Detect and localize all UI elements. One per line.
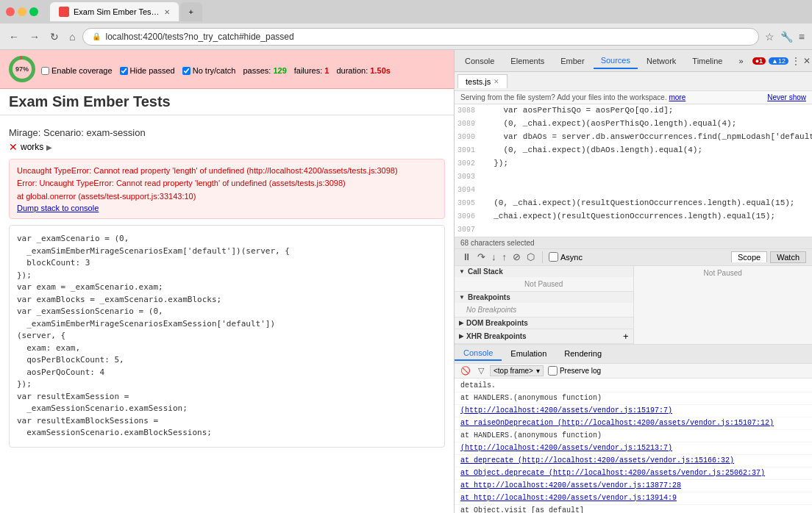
preserve-log-checkbox[interactable] bbox=[548, 366, 558, 376]
console-output[interactable]: details. at HANDLERS.(anonymous function… bbox=[455, 379, 812, 514]
file-tab-close-icon[interactable]: ✕ bbox=[494, 78, 499, 85]
file-tab-tests-js[interactable]: tests.js ✕ bbox=[457, 74, 508, 88]
nav-bar: ← → ↻ ⌂ 🔒 localhost:4200/tests?no_try_ca… bbox=[0, 24, 812, 50]
no-try-catch-checkbox[interactable] bbox=[182, 67, 190, 75]
async-checkbox[interactable] bbox=[549, 252, 558, 262]
inactive-browser-tab[interactable]: + bbox=[180, 2, 202, 21]
console-link[interactable]: at Object.deprecate (http://localhost:42… bbox=[460, 469, 765, 477]
devtools-close-icon[interactable]: ✕ bbox=[803, 56, 811, 66]
dom-bp-title: DOM Breakpoints bbox=[466, 319, 528, 327]
console-filter-icon[interactable]: ▽ bbox=[477, 366, 485, 376]
back-button[interactable]: ← bbox=[6, 29, 22, 44]
console-clear-icon[interactable]: 🚫 bbox=[459, 366, 472, 376]
dump-stack-link[interactable]: Dump stack to console bbox=[17, 204, 99, 212]
close-button[interactable] bbox=[6, 7, 15, 16]
line-code: (0, _chai.expect)(dbAOs.length).equal(4)… bbox=[481, 144, 702, 157]
console-tab-console[interactable]: Console bbox=[455, 346, 502, 361]
async-check[interactable]: Async bbox=[549, 252, 583, 262]
step-into-button[interactable]: ↓ bbox=[490, 251, 498, 262]
devtools-settings-icon[interactable]: ⋮ bbox=[791, 56, 800, 66]
line-number: 3094 bbox=[455, 184, 481, 195]
step-over-button[interactable]: ↷ bbox=[476, 251, 487, 262]
extensions-icon[interactable]: 🔧 bbox=[779, 29, 794, 44]
call-stack-arrow-icon: ▼ bbox=[459, 268, 465, 275]
scope-button[interactable]: Scope bbox=[731, 251, 767, 262]
enable-coverage-label[interactable]: Enable coverage bbox=[41, 66, 113, 75]
forward-button[interactable]: → bbox=[26, 29, 43, 44]
line-code: (0, _chai.expect)(aosPerThisQo.length).e… bbox=[481, 118, 736, 130]
expand-icon[interactable]: ▶ bbox=[46, 143, 52, 151]
test-panel: 97% Enable coverage Hide passed No try/c… bbox=[0, 50, 455, 513]
call-stack-header[interactable]: ▼ Call Stack bbox=[455, 266, 633, 277]
line-number: 3092 bbox=[455, 157, 481, 169]
duration-value: 1.50s bbox=[370, 66, 391, 75]
breakpoints-title: Breakpoints bbox=[468, 293, 510, 301]
frame-dropdown-icon: ▾ bbox=[536, 367, 540, 375]
enable-coverage-checkbox[interactable] bbox=[41, 67, 49, 75]
dont-pause-button[interactable]: ⬡ bbox=[525, 251, 536, 262]
breakpoints-header[interactable]: ▼ Breakpoints bbox=[455, 292, 633, 303]
star-icon[interactable]: ☆ bbox=[763, 29, 776, 44]
error-text-2: Error: Uncaught TypeError: Cannot read p… bbox=[17, 178, 437, 189]
line-code: _chai.expect)(resultQuestionOccurrences.… bbox=[481, 210, 775, 223]
xhr-breakpoints-header[interactable]: ▶ XHR Breakpoints + bbox=[455, 329, 633, 343]
dom-breakpoints-section: ▶ DOM Breakpoints bbox=[455, 318, 633, 329]
deactivate-button[interactable]: ⊘ bbox=[511, 251, 522, 262]
works-label: works bbox=[21, 142, 43, 152]
code-viewer[interactable]: 3088 var aosPerThisQo = aosPerQo[qo.id];… bbox=[455, 104, 812, 237]
window-controls bbox=[6, 7, 38, 16]
dom-breakpoints-header[interactable]: ▶ DOM Breakpoints bbox=[455, 318, 633, 329]
maximize-button[interactable] bbox=[29, 7, 38, 16]
line-number: 3095 bbox=[455, 197, 481, 209]
tab-console[interactable]: Console bbox=[457, 54, 502, 68]
tab-sources[interactable]: Sources bbox=[594, 53, 638, 69]
workspace-more-link[interactable]: more bbox=[669, 93, 685, 101]
file-tab-name: tests.js bbox=[466, 77, 491, 86]
tab-more[interactable]: » bbox=[732, 54, 751, 68]
url-display: localhost:4200/tests?no_try_catch#hide_p… bbox=[105, 32, 293, 42]
console-tab-rendering[interactable]: Rendering bbox=[555, 347, 610, 360]
frame-select[interactable]: <top frame> ▾ bbox=[490, 365, 544, 376]
tab-ember[interactable]: Ember bbox=[553, 54, 591, 68]
code-line: 3092 }); bbox=[455, 157, 812, 171]
preserve-log-text: Preserve log bbox=[560, 367, 601, 375]
duration-stat: duration: 1.50s bbox=[336, 66, 390, 75]
console-line: details. bbox=[455, 380, 812, 392]
hide-passed-checkbox[interactable] bbox=[120, 67, 128, 75]
home-button[interactable]: ⌂ bbox=[66, 29, 78, 44]
preserve-log-label[interactable]: Preserve log bbox=[548, 366, 601, 376]
menu-icon[interactable]: ≡ bbox=[797, 29, 806, 44]
line-number: 3096 bbox=[455, 210, 481, 222]
console-link[interactable]: at raiseOnDeprecation (http://localhost:… bbox=[460, 419, 774, 427]
step-out-button[interactable]: ↑ bbox=[501, 251, 509, 262]
failures-count: 1 bbox=[324, 66, 329, 75]
minimize-button[interactable] bbox=[18, 7, 26, 16]
test-title-bar: Exam Sim Ember Tests bbox=[0, 89, 454, 115]
pause-button[interactable]: ⏸ bbox=[460, 251, 473, 262]
code-lines: 3088 var aosPerThisQo = aosPerQo[qo.id];… bbox=[455, 104, 812, 237]
active-browser-tab[interactable]: Exam Sim Ember Tes… ✕ bbox=[50, 2, 179, 21]
hide-passed-label[interactable]: Hide passed bbox=[120, 66, 175, 75]
refresh-button[interactable]: ↻ bbox=[47, 29, 62, 44]
tab-title: Exam Sim Ember Tes… bbox=[74, 7, 160, 16]
console-tab-emulation[interactable]: Emulation bbox=[502, 347, 555, 360]
tab-timeline[interactable]: Timeline bbox=[685, 54, 730, 68]
console-link[interactable]: at http://localhost:4200/assets/vendor.j… bbox=[460, 494, 677, 502]
tab-close-icon[interactable]: ✕ bbox=[164, 8, 170, 16]
add-xhr-bp-button[interactable]: + bbox=[623, 331, 629, 342]
no-try-catch-label[interactable]: No try/catch bbox=[182, 66, 236, 75]
console-link[interactable]: (http://localhost:4200/assets/vendor.js:… bbox=[460, 406, 672, 415]
console-link[interactable]: at http://localhost:4200/assets/vendor.j… bbox=[460, 481, 681, 489]
call-stack-section: ▼ Call Stack Not Paused bbox=[455, 266, 633, 292]
tab-network[interactable]: Network bbox=[639, 54, 683, 68]
console-link[interactable]: at deprecate (http://localhost:4200/asse… bbox=[460, 456, 734, 464]
console-line: at http://localhost:4200/assets/vendor.j… bbox=[455, 480, 812, 492]
console-link[interactable]: (http://localhost:4200/assets/vendor.js:… bbox=[460, 444, 672, 452]
watch-button[interactable]: Watch bbox=[770, 251, 806, 263]
test-body[interactable]: Mirage: Scenario: exam-session ✕ works ▶… bbox=[0, 115, 454, 513]
never-show-link[interactable]: Never show bbox=[767, 93, 806, 101]
address-bar[interactable]: 🔒 localhost:4200/tests?no_try_catch#hide… bbox=[82, 28, 758, 46]
error-box: Uncaught TypeError: Cannot read property… bbox=[9, 159, 445, 219]
tab-elements[interactable]: Elements bbox=[503, 54, 552, 68]
line-number: 3091 bbox=[455, 144, 481, 156]
